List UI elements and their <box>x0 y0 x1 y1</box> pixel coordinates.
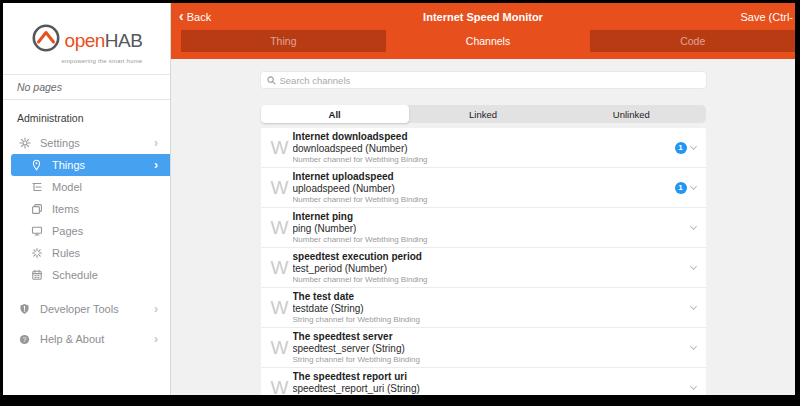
sidebar-item-label: Model <box>52 181 160 193</box>
channel-row[interactable]: WThe speedtest serverspeedtest_server (S… <box>261 328 706 368</box>
save-button[interactable]: Save (Ctrl- <box>740 11 793 23</box>
shield-exclaim-icon <box>17 303 32 315</box>
sidebar-item-label: Help & About <box>40 333 154 345</box>
channel-id: uploadspeed (Number) <box>293 183 675 195</box>
channel-id: speedtest_server (String) <box>293 343 691 355</box>
page-title: Internet Speed Monitor <box>171 11 795 23</box>
channel-description: String channel for Webthing Binding <box>293 355 691 364</box>
link-count-badge: 1 <box>675 142 687 154</box>
channel-title: The test date <box>293 291 691 303</box>
sidebar-item-label: Settings <box>40 137 154 149</box>
app-frame: openHAB empowering the smart home No pag… <box>3 3 795 395</box>
search-box <box>261 72 706 88</box>
model-tree-icon <box>29 181 44 193</box>
chevron-down-icon[interactable] <box>689 343 696 350</box>
channel-avatar: W <box>267 258 293 277</box>
channel-row[interactable]: WInternet downloadspeeddownloadspeed (Nu… <box>261 128 706 168</box>
channel-row-actions <box>691 307 698 309</box>
sidebar-item-rules[interactable]: Rules <box>3 242 170 264</box>
back-label: Back <box>187 11 211 23</box>
channel-row-actions: 1 <box>675 142 698 154</box>
channel-title: The speedtest server <box>293 331 691 343</box>
sidebar-item-schedule[interactable]: Schedule <box>3 264 170 286</box>
tab-bar: ThingChannelsCode <box>171 30 795 59</box>
channel-row[interactable]: Wspeedtest execution periodtest_period (… <box>261 248 706 288</box>
search-icon <box>267 71 280 89</box>
filter-option-all[interactable]: All <box>261 105 409 123</box>
sidebar-item-label: Things <box>52 159 154 171</box>
link-count-badge: 1 <box>675 182 687 194</box>
openhab-logo-icon <box>31 23 61 57</box>
chevron-down-icon[interactable] <box>689 303 696 310</box>
channel-row-actions <box>691 387 698 389</box>
chevron-right-icon: › <box>154 302 158 316</box>
channel-id: test_period (Number) <box>293 263 691 275</box>
channel-row[interactable]: WInternet uploadspeeduploadspeed (Number… <box>261 168 706 208</box>
navbar: ‹ Back Internet Speed Monitor Save (Ctrl… <box>171 3 795 30</box>
chevron-left-icon: ‹ <box>179 9 184 23</box>
sidebar-item-items[interactable]: Items <box>3 198 170 220</box>
chevron-down-icon[interactable] <box>689 383 696 390</box>
channel-text: Internet pingping (Number)Number channel… <box>293 211 691 244</box>
search-input[interactable] <box>280 75 700 86</box>
channel-row[interactable]: WThe test datetestdate (String)String ch… <box>261 288 706 328</box>
location-pin-icon <box>29 159 44 171</box>
brand-tagline: empowering the smart home <box>61 58 142 64</box>
sidebar-item-settings[interactable]: Settings› <box>3 132 170 154</box>
admin-section-label: Administration <box>3 100 170 132</box>
tab-code[interactable]: Code <box>590 30 795 52</box>
schedule-calendar-icon <box>29 269 44 281</box>
tab-channels[interactable]: Channels <box>386 30 591 52</box>
channel-description: Number channel for Webthing Binding <box>293 195 675 204</box>
main-panel: ‹ Back Internet Speed Monitor Save (Ctrl… <box>171 3 795 395</box>
channel-id: downloadspeed (Number) <box>293 143 675 155</box>
channel-list: WInternet downloadspeeddownloadspeed (Nu… <box>261 128 706 395</box>
channel-avatar: W <box>267 138 293 157</box>
channel-text: Internet downloadspeeddownloadspeed (Num… <box>293 131 675 164</box>
channel-text: The test datetestdate (String)String cha… <box>293 291 691 324</box>
pages-monitor-icon <box>29 225 44 237</box>
tab-thing[interactable]: Thing <box>181 30 386 52</box>
sidebar-item-label: Schedule <box>52 269 160 281</box>
channel-description: Number channel for Webthing Binding <box>293 155 675 164</box>
channel-id: testdate (String) <box>293 303 691 315</box>
channel-title: Internet ping <box>293 211 691 223</box>
channel-title: Internet uploadspeed <box>293 171 675 183</box>
sidebar-item-pages[interactable]: Pages <box>3 220 170 242</box>
channel-row-actions <box>691 227 698 229</box>
items-copy-icon <box>29 203 44 215</box>
channel-row[interactable]: WThe speedtest report urispeedtest_repor… <box>261 368 706 395</box>
channel-row-actions <box>691 347 698 349</box>
channel-text: speedtest execution periodtest_period (N… <box>293 251 691 284</box>
channel-id: ping (Number) <box>293 223 691 235</box>
rules-sparkle-icon <box>29 247 44 259</box>
sidebar-item-things[interactable]: Things› <box>11 154 170 176</box>
channel-row[interactable]: WInternet pingping (Number)Number channe… <box>261 208 706 248</box>
channel-row-actions <box>691 267 698 269</box>
chevron-right-icon: › <box>154 158 158 172</box>
channel-avatar: W <box>267 218 293 237</box>
sidebar-item-help-about[interactable]: ?Help & About› <box>3 328 170 350</box>
chevron-down-icon[interactable] <box>689 223 696 230</box>
channel-text: The speedtest serverspeedtest_server (St… <box>293 331 691 364</box>
sidebar-item-label: Pages <box>52 225 160 237</box>
no-pages-label: No pages <box>3 75 170 99</box>
channel-row-actions: 1 <box>675 182 698 194</box>
sidebar-item-model[interactable]: Model <box>3 176 170 198</box>
channel-description: Number channel for Webthing Binding <box>293 275 691 284</box>
sidebar-nav: Settings›Things›ModelItemsPagesRulesSche… <box>3 132 170 395</box>
chevron-down-icon[interactable] <box>689 183 696 190</box>
filter-option-unlinked[interactable]: Unlinked <box>557 105 705 123</box>
help-question-icon: ? <box>17 334 32 345</box>
sidebar-item-label: Items <box>52 203 160 215</box>
sidebar-item-developer-tools[interactable]: Developer Tools› <box>3 298 170 320</box>
channel-title: Internet downloadspeed <box>293 131 675 143</box>
chevron-down-icon[interactable] <box>689 263 696 270</box>
filter-option-linked[interactable]: Linked <box>409 105 557 123</box>
chevron-right-icon: › <box>154 136 158 150</box>
back-button[interactable]: ‹ Back <box>179 10 211 24</box>
channel-text: The speedtest report urispeedtest_report… <box>293 371 691 395</box>
chevron-down-icon[interactable] <box>689 142 696 149</box>
sidebar-item-label: Developer Tools <box>40 303 154 315</box>
channel-description: Number channel for Webthing Binding <box>293 235 691 244</box>
